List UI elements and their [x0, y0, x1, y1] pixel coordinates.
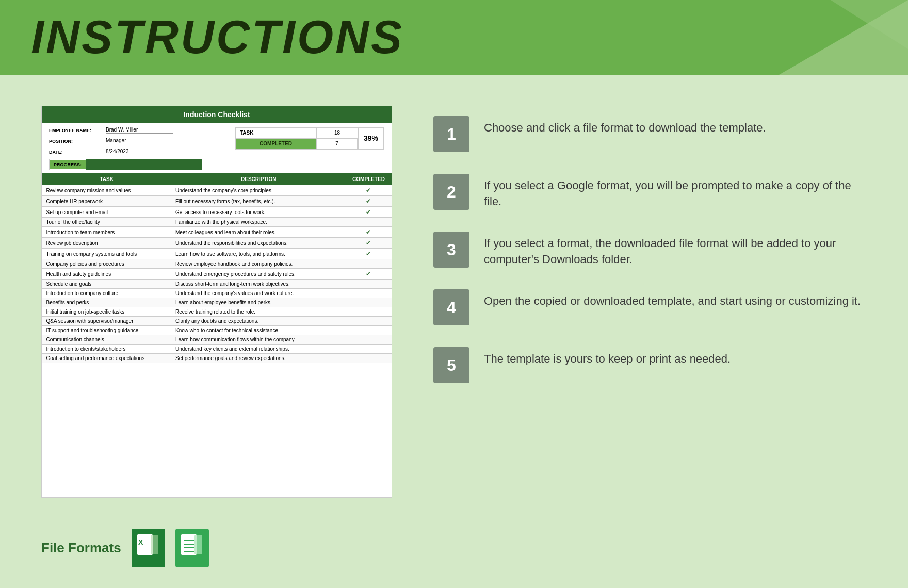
completed-cell: [346, 298, 391, 307]
desc-cell: Understand the responsibilities and expe…: [171, 238, 346, 249]
desc-cell: Review employee handbook and company pol…: [171, 259, 346, 269]
instruction-item: 2 If you select a Google format, you wil…: [433, 174, 867, 210]
instruction-text: Open the copied or downloaded template, …: [484, 289, 861, 309]
task-cell: Introduction to team members: [42, 227, 171, 238]
task-label: TASK: [235, 127, 316, 138]
col-desc-header: DESCRIPTION: [171, 174, 346, 185]
instruction-text: If you select a format, the downloaded f…: [484, 232, 867, 268]
completed-cell: ✔: [346, 196, 391, 207]
completed-cell: ✔: [346, 249, 391, 259]
completed-cell: [346, 345, 391, 354]
svg-rect-5: [151, 535, 158, 554]
checkmark-icon: ✔: [366, 239, 371, 247]
task-cell: Communication channels: [42, 335, 171, 345]
page-title: INSTRUCTIONS: [31, 11, 404, 64]
table-row: Training on company systems and tools Le…: [42, 249, 392, 259]
desc-cell: Learn about employee benefits and perks.: [171, 298, 346, 307]
svg-text:X: X: [138, 538, 143, 546]
table-row: Introduction to company culture Understa…: [42, 289, 392, 298]
completed-cell: [346, 289, 391, 298]
excel-format-button[interactable]: X: [132, 529, 165, 567]
percent-cell: 39%: [358, 127, 384, 149]
desc-cell: Understand the company's values and work…: [171, 289, 346, 298]
task-cell: Health and safety guidelines: [42, 269, 171, 280]
table-row: Schedule and goals Discuss short-term an…: [42, 280, 392, 289]
desc-cell: Get access to necessary tools for work.: [171, 207, 346, 218]
checklist-panel: Induction Checklist EMPLOYEE NAME: Brad …: [41, 106, 392, 498]
date-value: 8/24/2023: [106, 149, 173, 155]
task-cell: Training on company systems and tools: [42, 249, 171, 259]
step-number: 2: [433, 174, 469, 210]
desc-cell: Receive training related to the role.: [171, 307, 346, 317]
instruction-text: If you select a Google format, you will …: [484, 174, 867, 210]
position-value: Manager: [106, 138, 173, 144]
desc-cell: Discuss short-term and long-term work ob…: [171, 280, 346, 289]
task-cell: Introduction to company culture: [42, 289, 171, 298]
position-label: POSITION:: [49, 138, 106, 144]
progress-row: PROGRESS:: [49, 159, 384, 170]
employee-value: Brad W. Miller: [106, 127, 173, 134]
desc-cell: Learn how to use software, tools, and pl…: [171, 249, 346, 259]
table-row: Communication channels Learn how communi…: [42, 335, 392, 345]
position-row: POSITION: Manager: [49, 138, 173, 144]
desc-cell: Understand emergency procedures and safe…: [171, 269, 346, 280]
checkmark-icon: ✔: [366, 187, 371, 194]
task-cell: Initial training on job-specific tasks: [42, 307, 171, 317]
completed-cell: ✔: [346, 185, 391, 196]
progress-bar-fill: [86, 159, 202, 170]
footer-label: File Formats: [41, 540, 121, 556]
desc-cell: Understand the company's core principles…: [171, 185, 346, 196]
checkmark-icon: ✔: [366, 208, 371, 216]
employee-row: EMPLOYEE NAME: Brad W. Miller: [49, 127, 173, 134]
table-row: Initial training on job-specific tasks R…: [42, 307, 392, 317]
task-cell: Introduction to clients/stakeholders: [42, 345, 171, 354]
table-row: Tour of the office/facility Familiarize …: [42, 218, 392, 227]
task-cell: Schedule and goals: [42, 280, 171, 289]
completed-count: 7: [316, 138, 358, 149]
desc-cell: Learn how communication flows within the…: [171, 335, 346, 345]
completed-cell: ✔: [346, 269, 391, 280]
footer: File Formats X: [41, 529, 209, 567]
table-row: Review job description Understand the re…: [42, 238, 392, 249]
task-cell: Benefits and perks: [42, 298, 171, 307]
instruction-text: The template is yours to keep or print a…: [484, 347, 731, 367]
desc-cell: Set performance goals and review expecta…: [171, 354, 346, 363]
main-content: Induction Checklist EMPLOYEE NAME: Brad …: [0, 75, 908, 529]
completed-cell: ✔: [346, 227, 391, 238]
date-row: DATE: 8/24/2023: [49, 149, 173, 155]
table-row: Introduction to team members Meet collea…: [42, 227, 392, 238]
date-label: DATE:: [49, 149, 106, 155]
completed-cell: ✔: [346, 207, 391, 218]
task-cell: Q&A session with supervisor/manager: [42, 317, 171, 326]
task-cell: Tour of the office/facility: [42, 218, 171, 227]
table-row: Set up computer and email Get access to …: [42, 207, 392, 218]
instruction-text: Choose and click a file format to downlo…: [484, 116, 766, 136]
instruction-item: 4 Open the copied or downloaded template…: [433, 289, 867, 325]
desc-cell: Clarify any doubts and expectations.: [171, 317, 346, 326]
checkmark-icon: ✔: [366, 270, 371, 277]
task-cell: Goal setting and performance expectation…: [42, 354, 171, 363]
col-completed-header: COMPLETED: [346, 174, 391, 185]
checkmark-icon: ✔: [366, 250, 371, 257]
checklist-title: Induction Checklist: [42, 106, 392, 123]
header: INSTRUCTIONS: [0, 0, 908, 75]
task-cell: Complete HR paperwork: [42, 196, 171, 207]
table-row: Introduction to clients/stakeholders Und…: [42, 345, 392, 354]
desc-cell: Meet colleagues and learn about their ro…: [171, 227, 346, 238]
table-row: Review company mission and values Unders…: [42, 185, 392, 196]
completed-label: COMPLETED: [235, 138, 316, 149]
sheets-format-button[interactable]: [175, 529, 209, 567]
step-number: 4: [433, 289, 469, 325]
svg-rect-12: [194, 535, 202, 554]
progress-label: PROGRESS:: [50, 160, 86, 169]
table-row: Health and safety guidelines Understand …: [42, 269, 392, 280]
checkmark-icon: ✔: [366, 198, 371, 205]
progress-bar-container: [86, 159, 384, 170]
header-decoration: [753, 0, 908, 75]
completed-cell: [346, 354, 391, 363]
percent-value: 39%: [364, 134, 378, 142]
table-row: IT support and troubleshooting guidance …: [42, 326, 392, 335]
task-cell: Review company mission and values: [42, 185, 171, 196]
instruction-item: 1 Choose and click a file format to down…: [433, 116, 867, 152]
task-cell: Company policies and procedures: [42, 259, 171, 269]
